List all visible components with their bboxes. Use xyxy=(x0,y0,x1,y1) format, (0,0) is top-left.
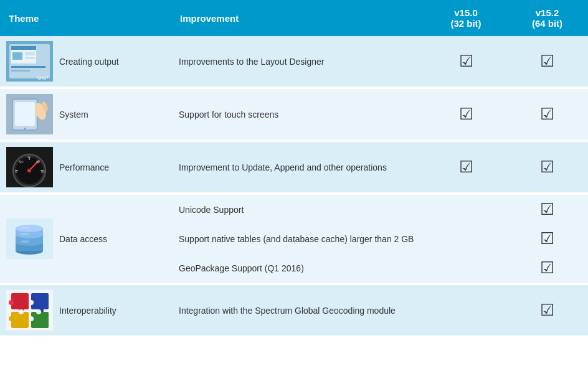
svg-point-13 xyxy=(24,128,26,130)
svg-text:MAP: MAP xyxy=(37,75,48,81)
v152-check: ☑ xyxy=(506,195,588,224)
table-row: MAP Creating outputImprovements to the L… xyxy=(0,36,588,87)
svg-text:60: 60 xyxy=(36,160,40,164)
theme-label: Performance xyxy=(59,162,109,172)
v150-check xyxy=(425,253,506,283)
v152-check: ☑ xyxy=(506,285,588,336)
theme-cell: MAP Creating output xyxy=(0,36,171,87)
v152-check: ☑ xyxy=(506,253,588,283)
svg-point-38 xyxy=(16,225,43,232)
header-v150: v15.0 (32 bit) xyxy=(425,0,506,36)
header-theme: Theme xyxy=(0,0,171,36)
improvement-text: Integration with the Spectrum Global Geo… xyxy=(171,285,425,336)
svg-rect-52 xyxy=(31,312,49,328)
svg-rect-4 xyxy=(12,52,22,60)
svg-rect-5 xyxy=(25,52,35,55)
svg-rect-50 xyxy=(19,309,24,314)
svg-rect-49 xyxy=(11,312,29,328)
svg-rect-6 xyxy=(25,57,35,59)
svg-text:20: 20 xyxy=(20,160,24,164)
svg-rect-45 xyxy=(9,300,14,305)
v152-check: ☑ xyxy=(506,224,588,253)
svg-rect-8 xyxy=(11,70,30,72)
improvement-text: Unicode Support xyxy=(171,195,425,224)
theme-label: Data access xyxy=(59,234,107,244)
v152-check: ☑ xyxy=(506,36,588,87)
v150-check: ☑ xyxy=(425,89,506,140)
data-icon xyxy=(6,218,53,259)
table-row: 0 80 40 20 60 PerformanceImprovement to … xyxy=(0,142,588,193)
theme-cell: Interoperability xyxy=(0,285,171,336)
separator-row xyxy=(0,336,588,338)
svg-rect-47 xyxy=(29,300,34,305)
v150-check xyxy=(425,195,506,224)
theme-cell: 0 80 40 20 60 Performance xyxy=(0,142,171,193)
svg-text:80: 80 xyxy=(41,170,45,174)
improvement-text: Improvements to the Layout Designer xyxy=(171,36,425,87)
v150-check: ☑ xyxy=(425,142,506,193)
svg-rect-51 xyxy=(9,316,14,321)
svg-rect-54 xyxy=(29,316,34,321)
improvement-text: Improvement to Update, Append and other … xyxy=(171,142,425,193)
svg-point-40 xyxy=(20,233,30,235)
theme-cell: System xyxy=(0,89,171,140)
performance-icon: 0 80 40 20 60 xyxy=(6,147,53,187)
svg-text:40: 40 xyxy=(27,155,31,159)
theme-label: Interoperability xyxy=(59,306,116,316)
theme-label: Creating output xyxy=(59,57,119,67)
theme-label: System xyxy=(59,110,88,120)
svg-rect-43 xyxy=(11,293,29,309)
theme-cell: Data access xyxy=(0,195,171,283)
header-v152: v15.2 (64 bit) xyxy=(506,0,588,36)
v150-check xyxy=(425,224,506,253)
svg-rect-12 xyxy=(15,102,35,126)
svg-point-39 xyxy=(20,227,30,229)
v152-check: ☑ xyxy=(506,142,588,193)
improvement-text: Support native tables (and database cach… xyxy=(171,224,425,253)
output-icon: MAP xyxy=(6,41,53,82)
touch-icon xyxy=(6,94,53,134)
header-improvement: Improvement xyxy=(171,0,425,36)
svg-rect-53 xyxy=(36,309,41,314)
improvement-text: GeoPackage Support (Q1 2016) xyxy=(171,253,425,283)
svg-point-25 xyxy=(27,169,31,172)
v150-check xyxy=(425,285,506,336)
svg-point-41 xyxy=(20,240,30,243)
table-row: SystemSupport for touch screens☑☑ xyxy=(0,89,588,140)
table-row: InteroperabilityIntegration with the Spe… xyxy=(0,285,588,336)
improvement-text: Support for touch screens xyxy=(171,89,425,140)
v152-check: ☑ xyxy=(506,89,588,140)
svg-rect-3 xyxy=(11,46,36,50)
table-row: Data accessUnicode Support☑ xyxy=(0,195,588,224)
svg-rect-7 xyxy=(11,66,45,68)
comparison-table: Theme Improvement v15.0 (32 bit) v15.2 (… xyxy=(0,0,588,338)
v150-check: ☑ xyxy=(425,36,506,87)
svg-rect-46 xyxy=(31,293,49,309)
interop-icon xyxy=(6,290,53,331)
